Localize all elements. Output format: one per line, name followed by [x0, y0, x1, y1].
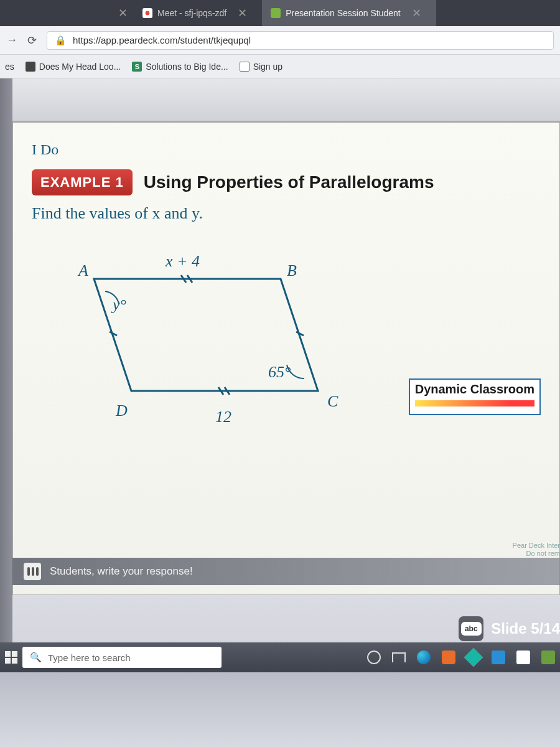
bookmark-partial: es	[5, 62, 14, 72]
response-icon	[24, 563, 41, 580]
favicon-icon: S	[132, 62, 142, 72]
url-text: https://app.peardeck.com/student/tkjequp…	[73, 35, 251, 45]
meet-icon	[142, 8, 152, 18]
pear-icon	[271, 8, 281, 18]
app-icon[interactable]	[541, 651, 555, 664]
gradient-bar	[415, 400, 534, 406]
tab-label: Meet - sfj-ipqs-zdf	[157, 8, 226, 18]
label-angle-a: y°	[111, 296, 126, 314]
close-icon[interactable]: ✕	[118, 6, 128, 20]
lock-icon: 🔒	[55, 35, 67, 46]
content-area: I Do EXAMPLE 1 Using Properties of Paral…	[0, 78, 560, 747]
text-response-button[interactable]: abc	[459, 616, 483, 641]
instruction-text: Find the values of x and y.	[32, 204, 541, 223]
vertex-b: B	[287, 261, 297, 280]
cortana-icon[interactable]	[367, 651, 381, 664]
label-angle-c: 65°	[268, 363, 291, 381]
example-heading: Using Properties of Parallelograms	[144, 172, 434, 192]
vertex-d: D	[115, 402, 128, 420]
dynamic-label: Dynamic Classroom	[415, 382, 534, 396]
bookmark-label: Sign up	[253, 62, 282, 72]
search-placeholder: Type here to search	[48, 652, 131, 663]
parallelogram-svg: A B C D x + 4 y° 65° 12	[50, 242, 362, 441]
slide-counter-text: Slide 5/14	[491, 620, 560, 637]
vertex-a: A	[77, 261, 88, 280]
top-strip	[12, 78, 560, 122]
app-icon[interactable]	[442, 651, 455, 664]
app-icon[interactable]	[492, 651, 505, 664]
browser-tab-bar: ✕ Meet - sfj-ipqs-zdf ✕ Presentation Ses…	[0, 0, 560, 26]
tab-meet[interactable]: Meet - sfj-ipqs-zdf ✕	[134, 0, 262, 26]
abc-icon: abc	[461, 622, 482, 636]
search-icon: 🔍	[30, 652, 42, 663]
taskbar-icons	[367, 651, 555, 664]
app-icon[interactable]	[464, 647, 483, 667]
bookmark-head[interactable]: Does My Head Loo...	[26, 62, 121, 72]
section-title: I Do	[32, 141, 541, 158]
address-field[interactable]: 🔒 https://app.peardeck.com/student/tkjeq…	[47, 31, 554, 50]
bookmark-signup[interactable]: Sign up	[240, 62, 282, 72]
bookmark-label: Does My Head Loo...	[39, 62, 121, 72]
tab-peardeck[interactable]: Presentation Session Student ✕	[262, 0, 436, 26]
taskbar-search[interactable]: 🔍 Type here to search	[22, 647, 222, 668]
bottom-padding	[0, 672, 560, 747]
tab-label: Presentation Session Student	[286, 8, 400, 18]
favicon-icon	[26, 62, 35, 72]
slide-counter: abc Slide 5/14	[459, 616, 560, 641]
reload-icon[interactable]: ⟳	[27, 34, 37, 47]
start-button[interactable]	[5, 651, 17, 664]
peardeck-watermark: Pear Deck Inter Do not rem	[513, 542, 560, 558]
slide: I Do EXAMPLE 1 Using Properties of Paral…	[12, 122, 560, 595]
close-icon[interactable]: ✕	[238, 6, 247, 20]
windows-taskbar: 🔍 Type here to search	[0, 642, 560, 672]
bookmark-label: Solutions to Big Ide...	[146, 62, 228, 72]
bookmark-solutions[interactable]: S Solutions to Big Ide...	[132, 62, 228, 72]
task-view-icon[interactable]	[392, 652, 406, 662]
label-top: x + 4	[165, 252, 200, 270]
figure: A B C D x + 4 y° 65° 12 Dynamic Classroo…	[32, 242, 541, 453]
edge-icon[interactable]	[417, 651, 431, 664]
close-icon[interactable]: ✕	[412, 6, 421, 20]
response-prompt-bar[interactable]: Students, write your response!	[12, 558, 560, 585]
prompt-text: Students, write your response!	[50, 565, 193, 578]
dynamic-classroom-box[interactable]: Dynamic Classroom	[409, 378, 541, 415]
vertex-c: C	[327, 392, 338, 410]
url-bar: → ⟳ 🔒 https://app.peardeck.com/student/t…	[0, 26, 560, 55]
bookmarks-bar: es Does My Head Loo... S Solutions to Bi…	[0, 55, 560, 78]
label-bottom: 12	[215, 408, 231, 426]
example-badge: EXAMPLE 1	[32, 169, 133, 195]
store-icon[interactable]	[516, 651, 530, 664]
forward-icon[interactable]: →	[6, 34, 17, 47]
document-icon	[240, 62, 250, 72]
